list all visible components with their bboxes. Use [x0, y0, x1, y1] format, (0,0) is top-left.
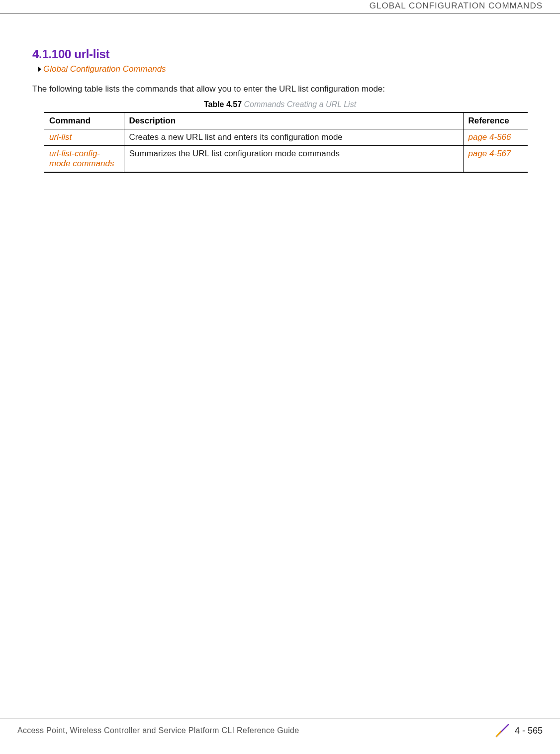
section-heading: 4.1.100 url-list: [32, 47, 528, 61]
reference-link[interactable]: page 4-566: [468, 132, 511, 142]
table-caption-title: Commands Creating a URL List: [244, 100, 357, 108]
footer-right: 4 - 565: [494, 722, 543, 739]
table-header-row: Command Description Reference: [44, 112, 528, 129]
th-description: Description: [124, 112, 463, 129]
cell-description: Creates a new URL list and enters its co…: [124, 129, 463, 145]
reference-link[interactable]: page 4-567: [468, 149, 511, 158]
table-row: url-list Creates a new URL list and ente…: [44, 129, 528, 145]
cell-command: url-list-config-mode commands: [44, 145, 124, 172]
cell-reference: page 4-567: [463, 145, 528, 172]
cell-reference: page 4-566: [463, 129, 528, 145]
command-link[interactable]: url-list: [49, 132, 72, 142]
footer-guide-title: Access Point, Wireless Controller and Se…: [17, 726, 299, 735]
breadcrumb-link[interactable]: Global Configuration Commands: [43, 64, 166, 74]
th-reference: Reference: [463, 112, 528, 129]
table-caption-label: Table 4.57: [204, 100, 242, 108]
intro-text: The following table lists the commands t…: [32, 83, 528, 95]
command-link[interactable]: url-list-config-mode commands: [49, 149, 114, 168]
commands-table: Command Description Reference url-list C…: [44, 112, 528, 173]
cell-command: url-list: [44, 129, 124, 145]
cell-description: Summarizes the URL list configuration mo…: [124, 145, 463, 172]
breadcrumb: Global Configuration Commands: [38, 64, 528, 74]
page-footer: Access Point, Wireless Controller and Se…: [0, 719, 560, 739]
table-caption: Table 4.57 Commands Creating a URL List: [32, 100, 528, 109]
brand-logo-icon: [494, 722, 511, 739]
page-content: 4.1.100 url-list Global Configuration Co…: [0, 13, 560, 173]
header-chapter: GLOBAL CONFIGURATION COMMANDS: [370, 1, 543, 10]
breadcrumb-arrow-icon: [38, 67, 41, 72]
page-number: 4 - 565: [515, 726, 543, 736]
table-row: url-list-config-mode commands Summarizes…: [44, 145, 528, 172]
th-command: Command: [44, 112, 124, 129]
svg-line-1: [496, 732, 501, 737]
page-header: GLOBAL CONFIGURATION COMMANDS: [0, 1, 560, 13]
